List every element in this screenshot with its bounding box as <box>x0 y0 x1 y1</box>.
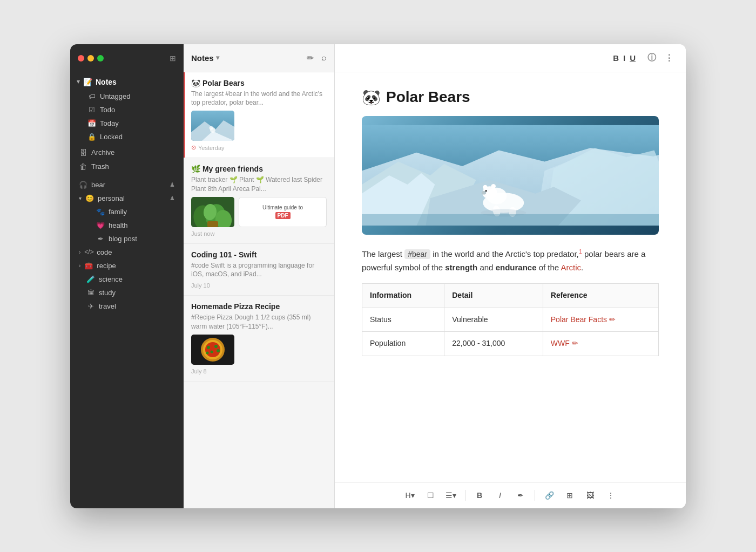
note-date: July 8 <box>191 368 327 374</box>
svg-rect-37 <box>362 214 659 225</box>
link-icon: 🔗 <box>545 491 554 500</box>
sidebar-group-study[interactable]: 🏛 study <box>72 286 181 299</box>
note-preview: #code Swift is a programming language fo… <box>191 261 327 280</box>
arrow-right-icon: › <box>79 249 80 255</box>
info-icon[interactable]: ⓘ <box>646 51 658 65</box>
search-icon[interactable]: ⌕ <box>321 53 327 63</box>
sidebar-item-today[interactable]: 📅 Today <box>72 117 181 130</box>
close-button[interactable] <box>78 55 84 62</box>
health-icon: 💗 <box>96 221 105 229</box>
note-item-pizza[interactable]: Homemade Pizza Recipe #Recipe Pizza Doug… <box>184 296 334 381</box>
note-item-polar-bears[interactable]: 🐼 Polar Bears The largest #bear in the w… <box>184 72 334 159</box>
code-icon: </> <box>84 248 93 256</box>
sidebar-item-family[interactable]: 🐾 family <box>72 205 181 219</box>
table-btn[interactable]: ⊞ <box>561 487 578 504</box>
note-list: Notes ▾ ✏ ⌕ 🐼 Polar Bears The largest #b… <box>184 44 335 508</box>
wwf-link[interactable]: WWF ✏ <box>551 337 651 350</box>
note-list-content: 🐼 Polar Bears The largest #bear in the w… <box>184 72 334 508</box>
sidebar-group-science[interactable]: 🧪 science <box>72 272 181 286</box>
checkbox-btn[interactable]: ☐ <box>422 487 439 504</box>
note-date: Just now <box>191 230 327 237</box>
pin-icon: ⊙ <box>191 144 196 151</box>
sidebar-notes-header[interactable]: ▾ 📝 Notes <box>70 74 184 90</box>
sidebar-item-locked[interactable]: 🔒 Locked <box>72 130 181 144</box>
sidebar-item-blogpost[interactable]: ✒ blog post <box>72 232 181 246</box>
pen-icon: ✒ <box>96 235 105 243</box>
sidebar-item-archive[interactable]: 🗄 Archive <box>72 146 181 160</box>
bold-icon: B <box>477 491 482 500</box>
sidebar-groups: 🎧 bear ♟ ▾ 😊 personal ♟ 🐾 family 💗 <box>70 178 184 313</box>
svg-point-4 <box>210 126 213 130</box>
list-btn[interactable]: ☰▾ <box>442 487 460 504</box>
more-options-icon[interactable]: ⋮ <box>663 52 675 64</box>
sidebar-group-label: bear <box>91 181 105 189</box>
svg-point-15 <box>207 346 210 349</box>
italic-format-btn[interactable]: I <box>622 52 627 64</box>
editor-content[interactable]: 🐼 Polar Bears <box>335 72 686 482</box>
arctic-link[interactable]: Arctic <box>561 263 582 272</box>
sidebar-item-health[interactable]: 💗 health <box>72 219 181 232</box>
image-btn[interactable]: 🖼 <box>582 487 599 504</box>
svg-point-17 <box>211 350 213 353</box>
study-icon: 🏛 <box>86 289 95 297</box>
editor-body-text[interactable]: The largest #bear in the world and the A… <box>362 247 659 357</box>
body-text-part5: of the <box>536 263 561 272</box>
info-table: Information Detail Reference Status Vuln… <box>362 283 659 356</box>
table-row: Population 22,000 - 31,000 WWF ✏ <box>362 332 659 356</box>
bold-format-btn[interactable]: B <box>611 52 620 64</box>
date-text: Yesterday <box>198 145 225 151</box>
app-window: ⊞ ▾ 📝 Notes 🏷 Untagged ☑ Todo 📅 Today <box>70 44 686 508</box>
table-header-info: Information <box>362 283 444 308</box>
date-text: July 8 <box>191 368 207 374</box>
sidebar-trash-label: Trash <box>91 162 109 171</box>
link-btn[interactable]: 🔗 <box>541 487 558 504</box>
body-text-part1: The largest <box>362 249 404 258</box>
sidebar-group-personal[interactable]: ▾ 😊 personal ♟ <box>72 192 181 205</box>
hashtag-bear[interactable]: #bear <box>404 249 430 259</box>
tag-icon: 🏷 <box>87 92 96 100</box>
sidebar-item-untagged[interactable]: 🏷 Untagged <box>72 90 181 103</box>
notes-icon: 📝 <box>83 78 92 86</box>
underline-format-btn[interactable]: U <box>628 52 637 64</box>
family-icon: 🐾 <box>96 208 105 216</box>
bold-btn[interactable]: B <box>471 487 488 504</box>
table-row: Status Vulnerable Polar Bear Facts ✏ <box>362 308 659 332</box>
sidebar-group-code[interactable]: › </> code <box>72 246 181 259</box>
italic-btn[interactable]: I <box>491 487 509 504</box>
body-paragraph: The largest #bear in the world and the A… <box>362 247 659 275</box>
note-item-green-friends[interactable]: 🌿 My green friends Plant tracker 🌱 Plant… <box>184 158 334 244</box>
heading-icon: H▾ <box>405 491 414 500</box>
sidebar-notes-label: Notes <box>96 78 117 86</box>
sidebar-group-bear[interactable]: 🎧 bear ♟ <box>72 178 181 192</box>
note-date: July 10 <box>191 282 327 289</box>
note-preview: Plant tracker 🌱 Plant 🌱 Watered last Spi… <box>191 175 327 194</box>
sidebar-group-label: code <box>97 248 112 256</box>
sidebar-item-label: Locked <box>100 133 123 141</box>
new-note-icon[interactable]: ✏ <box>307 53 314 63</box>
minimize-button[interactable] <box>87 55 94 62</box>
note-item-coding[interactable]: Coding 101 - Swift #code Swift is a prog… <box>184 244 334 296</box>
settings-icon[interactable]: ⊞ <box>170 54 176 63</box>
maximize-button[interactable] <box>97 55 104 62</box>
highlight-icon: ✒ <box>517 491 524 500</box>
sidebar-item-label: Today <box>100 119 119 127</box>
sidebar-item-todo[interactable]: ☑ Todo <box>72 103 181 117</box>
svg-point-19 <box>206 351 209 354</box>
polar-bear-facts-link[interactable]: Polar Bear Facts ✏ <box>551 314 651 326</box>
bold-endurance: endurance <box>496 263 537 272</box>
personal-badge: ♟ <box>170 195 175 202</box>
sidebar-item-trash[interactable]: 🗑 Trash <box>72 160 181 174</box>
highlight-btn[interactable]: ✒ <box>512 487 529 504</box>
note-editor-title: 🐼 Polar Bears <box>362 88 659 106</box>
svg-point-18 <box>217 349 220 352</box>
sidebar-tag-label: blog post <box>109 235 137 243</box>
more-toolbar-btn[interactable]: ⋮ <box>602 487 619 504</box>
heading-btn[interactable]: H▾ <box>401 487 418 504</box>
sidebar-group-recipe[interactable]: › 🧰 recipe <box>72 259 181 272</box>
note-preview: The largest #bear in the world and the A… <box>191 90 327 108</box>
arrow-right-icon: › <box>79 263 80 269</box>
sidebar-group-travel[interactable]: ✈ travel <box>72 299 181 313</box>
travel-icon: ✈ <box>86 302 95 310</box>
sidebar: ⊞ ▾ 📝 Notes 🏷 Untagged ☑ Todo 📅 Today <box>70 44 184 508</box>
recipe-icon: 🧰 <box>84 262 93 270</box>
